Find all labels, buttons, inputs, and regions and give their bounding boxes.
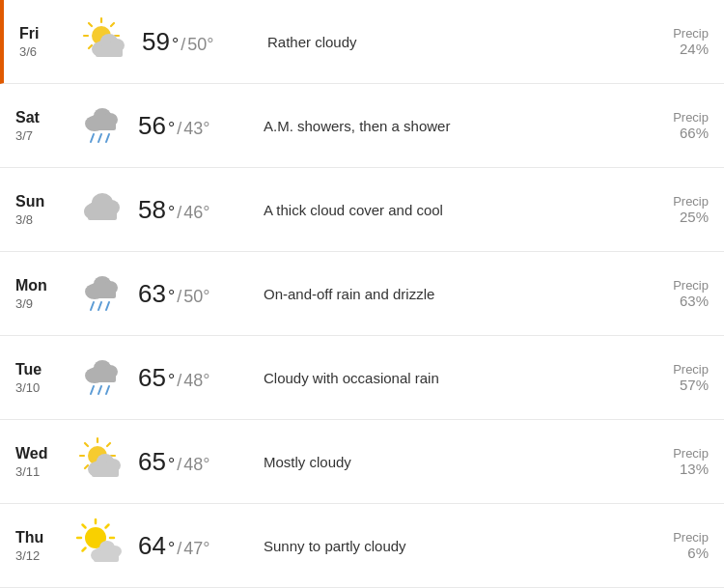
temperature-col: 59°/ 50° bbox=[142, 27, 248, 57]
temp-high: 65 bbox=[138, 363, 166, 393]
day-col: Sun 3/8 bbox=[15, 193, 66, 227]
temp-low: 47° bbox=[183, 539, 209, 559]
svg-line-32 bbox=[91, 302, 94, 310]
weather-description: On-and-off rain and drizzle bbox=[244, 286, 639, 302]
svg-line-63 bbox=[105, 524, 108, 527]
svg-rect-18 bbox=[89, 121, 116, 130]
precip-value: 57% bbox=[639, 377, 709, 393]
temp-low: 48° bbox=[183, 455, 209, 475]
temp-low: 43° bbox=[183, 119, 209, 139]
weather-description: A thick cloud cover and cool bbox=[244, 202, 639, 218]
svg-line-21 bbox=[106, 134, 109, 142]
svg-rect-13 bbox=[96, 46, 123, 57]
weather-row: Thu 3/12 64°/ 47° Sunny to partly cloudy bbox=[0, 504, 724, 588]
weather-icon bbox=[76, 98, 128, 154]
day-date: 3/6 bbox=[19, 44, 70, 59]
day-date: 3/10 bbox=[15, 380, 66, 395]
precip-value: 6% bbox=[639, 545, 709, 561]
precip-col: Precip 63% bbox=[639, 278, 709, 309]
temp-high: 65 bbox=[138, 447, 166, 477]
weather-icon bbox=[76, 350, 128, 406]
precip-label: Precip bbox=[639, 278, 709, 293]
temp-high-degree: ° bbox=[168, 539, 175, 559]
day-col: Wed 3/11 bbox=[15, 445, 66, 479]
weather-icon bbox=[80, 14, 132, 70]
svg-line-20 bbox=[98, 134, 101, 142]
svg-line-33 bbox=[98, 302, 101, 310]
precip-col: Precip 66% bbox=[639, 110, 709, 141]
day-col: Mon 3/9 bbox=[15, 277, 66, 311]
precip-value: 13% bbox=[639, 461, 709, 477]
svg-line-7 bbox=[89, 45, 92, 48]
svg-line-48 bbox=[85, 443, 88, 446]
temp-high: 63 bbox=[138, 279, 166, 309]
svg-line-41 bbox=[98, 386, 101, 394]
day-name: Tue bbox=[15, 361, 66, 378]
weather-icon-col bbox=[66, 98, 138, 154]
precip-col: Precip 25% bbox=[639, 194, 709, 225]
weather-row: Wed 3/11 65°/ 48° Mostly cloudy bbox=[0, 420, 724, 504]
day-date: 3/12 bbox=[15, 548, 66, 563]
svg-line-64 bbox=[82, 547, 85, 550]
precip-label: Precip bbox=[639, 26, 709, 41]
weather-row: Fri 3/6 59°/ 50° Rather cloudy bbox=[0, 0, 724, 84]
temp-separator: / bbox=[177, 371, 181, 391]
precip-col: Precip 24% bbox=[639, 26, 709, 57]
temp-high-degree: ° bbox=[168, 371, 175, 391]
weather-row: Mon 3/9 63°/ 50° On-and-off rain and dri… bbox=[0, 252, 724, 336]
temp-high: 58 bbox=[138, 195, 166, 225]
svg-line-5 bbox=[89, 23, 92, 26]
day-date: 3/7 bbox=[15, 128, 66, 143]
weather-row: Sat 3/7 56°/ 43° A.M. showers, then a sh… bbox=[0, 84, 724, 168]
weather-icon-col bbox=[66, 182, 138, 238]
svg-line-34 bbox=[106, 302, 109, 310]
weather-icon bbox=[76, 182, 128, 238]
precip-label: Precip bbox=[639, 194, 709, 209]
temperature-col: 65°/ 48° bbox=[138, 447, 244, 477]
weather-row: Sun 3/8 58°/ 46° A thick cloud cover and… bbox=[0, 168, 724, 252]
temp-separator: / bbox=[177, 539, 181, 559]
weather-icon-col bbox=[66, 518, 138, 574]
day-name: Sun bbox=[15, 193, 66, 210]
day-name: Fri bbox=[19, 25, 70, 42]
temp-low: 50° bbox=[187, 35, 213, 55]
svg-rect-31 bbox=[89, 289, 116, 298]
day-col: Tue 3/10 bbox=[15, 361, 66, 395]
temperature-col: 65°/ 48° bbox=[138, 363, 244, 393]
day-name: Mon bbox=[15, 277, 66, 294]
weather-icon-col bbox=[66, 266, 138, 322]
precip-value: 66% bbox=[639, 125, 709, 141]
svg-rect-26 bbox=[88, 209, 117, 220]
weather-icon-col bbox=[66, 350, 138, 406]
temp-separator: / bbox=[177, 455, 181, 475]
temp-high-degree: ° bbox=[172, 35, 179, 55]
svg-rect-70 bbox=[94, 551, 119, 562]
weather-icon bbox=[76, 434, 128, 490]
svg-line-42 bbox=[106, 386, 109, 394]
weather-icon bbox=[76, 266, 128, 322]
precip-col: Precip 6% bbox=[639, 530, 709, 561]
precip-value: 24% bbox=[639, 41, 709, 57]
weather-description: A.M. showers, then a shower bbox=[244, 118, 639, 134]
svg-line-62 bbox=[82, 524, 85, 527]
day-col: Thu 3/12 bbox=[15, 529, 66, 563]
temp-high: 59 bbox=[142, 27, 170, 57]
svg-line-40 bbox=[91, 386, 94, 394]
weather-row: Tue 3/10 65°/ 48° Cloudy with occasional… bbox=[0, 336, 724, 420]
precip-col: Precip 13% bbox=[639, 446, 709, 477]
day-name: Thu bbox=[15, 529, 66, 546]
weather-description: Rather cloudy bbox=[248, 34, 639, 50]
day-date: 3/9 bbox=[15, 296, 66, 311]
precip-col: Precip 57% bbox=[639, 362, 709, 393]
svg-line-6 bbox=[111, 23, 114, 26]
svg-rect-56 bbox=[92, 466, 119, 477]
precip-label: Precip bbox=[639, 110, 709, 125]
weather-icon bbox=[76, 518, 128, 574]
temp-low: 48° bbox=[183, 371, 209, 391]
temp-separator: / bbox=[177, 119, 181, 139]
temp-high: 56 bbox=[138, 111, 166, 141]
temp-high-degree: ° bbox=[168, 455, 175, 475]
day-date: 3/11 bbox=[15, 464, 66, 479]
temp-high-degree: ° bbox=[168, 119, 175, 139]
day-date: 3/8 bbox=[15, 212, 66, 227]
